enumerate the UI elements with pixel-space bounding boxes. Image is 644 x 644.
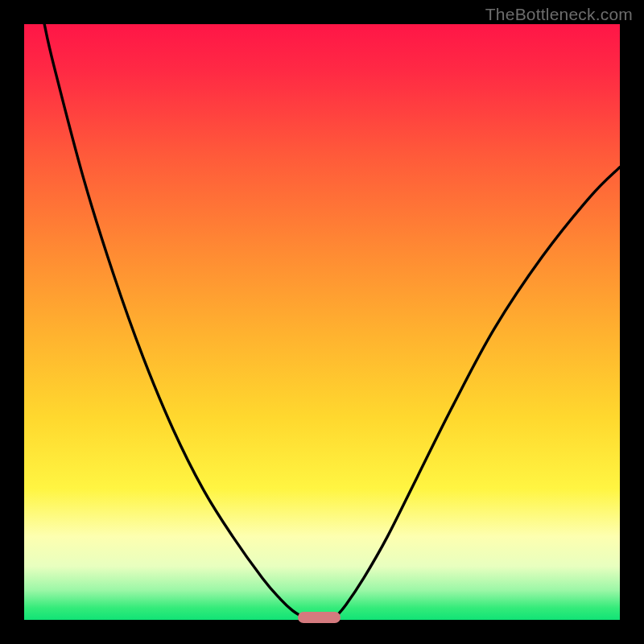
watermark-text: TheBottleneck.com [485,5,633,24]
right-curve [336,167,620,617]
optimal-range-marker [298,612,341,623]
curves-svg [24,24,620,620]
left-curve [44,24,302,617]
chart-container: TheBottleneck.com [0,0,644,644]
plot-area [24,24,620,620]
